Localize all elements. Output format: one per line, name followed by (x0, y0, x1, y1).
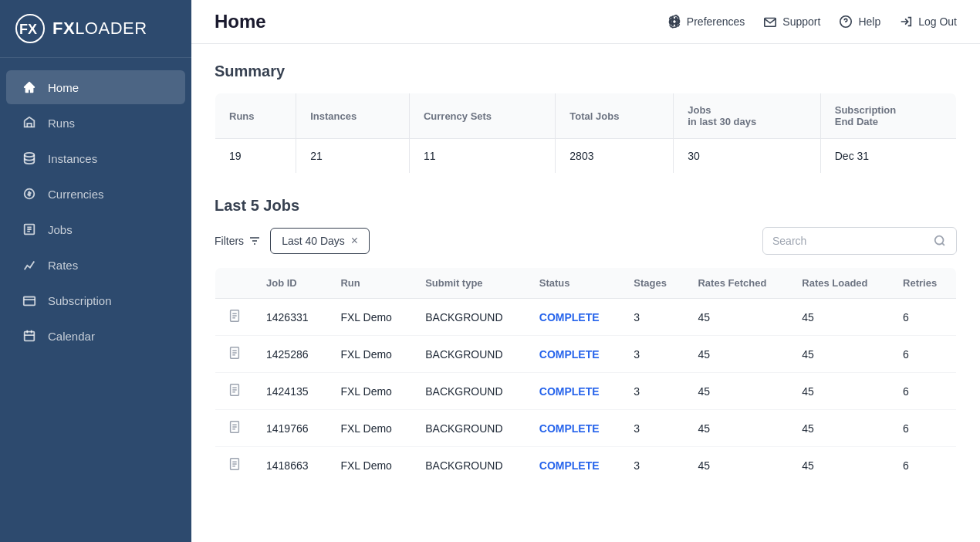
job-submit-type: BACKGROUND (413, 410, 527, 447)
filters-row: Filters Last 40 Days × (215, 227, 957, 255)
job-id: 1425286 (254, 336, 328, 373)
sidebar-item-calendar-label: Calendar (48, 330, 95, 343)
document-icon (228, 383, 242, 397)
col-retries: Retries (890, 268, 956, 299)
job-rates-loaded: 45 (789, 336, 890, 373)
job-status[interactable]: COMPLETE (527, 447, 621, 484)
col-rates-fetched: Rates Fetched (685, 268, 789, 299)
sidebar-item-subscription[interactable]: Subscription (6, 283, 185, 317)
job-rates-fetched: 45 (685, 410, 789, 447)
preferences-label: Preferences (687, 15, 745, 28)
row-icon-cell (215, 447, 255, 484)
summary-row: 19 21 11 2803 30 Dec 31 (215, 139, 957, 174)
col-submit-type: Submit type (413, 268, 527, 299)
page-title: Home (215, 11, 266, 32)
logout-label: Log Out (918, 15, 957, 28)
summary-total-jobs-value: 2803 (556, 139, 674, 174)
job-stages: 3 (621, 299, 685, 336)
document-icon (228, 309, 242, 323)
job-stages: 3 (621, 410, 685, 447)
currencies-icon (22, 186, 37, 202)
job-retries: 6 (890, 336, 956, 373)
job-retries: 6 (890, 373, 956, 410)
summary-jobs-30days-value: 30 (674, 139, 821, 174)
filter-chip-close-button[interactable]: × (351, 235, 358, 247)
filter-chip-last40days[interactable]: Last 40 Days × (270, 228, 370, 254)
sidebar-item-home[interactable]: Home (6, 70, 185, 104)
job-run: FXL Demo (328, 299, 413, 336)
help-button[interactable]: Help (839, 15, 880, 29)
header-actions: Preferences Support Help Log Out (667, 15, 957, 29)
jobs-table: Job ID Run Submit type Status Stages Rat… (215, 267, 957, 484)
job-stages: 3 (621, 373, 685, 410)
summary-col-instances: Instances (296, 93, 410, 139)
document-icon (228, 420, 242, 434)
job-rates-fetched: 45 (685, 299, 789, 336)
search-input[interactable] (772, 235, 927, 247)
job-status[interactable]: COMPLETE (527, 299, 621, 336)
calendar-icon (22, 328, 37, 344)
summary-col-subscription-end: SubscriptionEnd Date (820, 93, 956, 139)
support-button[interactable]: Support (763, 15, 820, 29)
sidebar-item-currencies[interactable]: Currencies (6, 177, 185, 211)
row-icon-cell (215, 336, 255, 373)
jobs-icon (22, 222, 37, 237)
summary-table: Runs Instances Currency Sets Total Jobs … (215, 93, 957, 174)
search-box (762, 227, 957, 255)
job-retries: 6 (890, 410, 956, 447)
filter-icon (248, 235, 261, 247)
logout-button[interactable]: Log Out (899, 15, 957, 29)
job-id: 1419766 (254, 410, 328, 447)
main-content: Home Preferences Support Help Log Out (191, 0, 980, 542)
svg-point-11 (935, 236, 944, 245)
sidebar-item-calendar[interactable]: Calendar (6, 319, 185, 353)
job-submit-type: BACKGROUND (413, 373, 527, 410)
table-row: 1424135 FXL Demo BACKGROUND COMPLETE 3 4… (215, 373, 957, 410)
gear-icon (667, 15, 681, 29)
row-icon-cell (215, 299, 255, 336)
filters-label: Filters (215, 235, 261, 247)
summary-runs-value: 19 (215, 139, 296, 174)
fx-logo-icon: FX (15, 14, 45, 43)
job-id: 1426331 (254, 299, 328, 336)
svg-point-8 (672, 19, 676, 23)
col-job-id: Job ID (254, 268, 328, 299)
job-run: FXL Demo (328, 373, 413, 410)
sidebar-item-runs[interactable]: Runs (6, 106, 185, 140)
summary-col-runs: Runs (215, 93, 296, 139)
summary-title: Summary (215, 63, 957, 80)
svg-text:FX: FX (19, 22, 37, 37)
sidebar-item-rates[interactable]: Rates (6, 248, 185, 282)
job-status[interactable]: COMPLETE (527, 410, 621, 447)
help-label: Help (858, 15, 880, 28)
table-row: 1425286 FXL Demo BACKGROUND COMPLETE 3 4… (215, 336, 957, 373)
sidebar-item-rates-label: Rates (48, 259, 78, 272)
job-run: FXL Demo (328, 336, 413, 373)
filters-left: Filters Last 40 Days × (215, 228, 370, 254)
job-rates-fetched: 45 (685, 373, 789, 410)
job-retries: 6 (890, 299, 956, 336)
job-run: FXL Demo (328, 410, 413, 447)
job-rates-loaded: 45 (789, 299, 890, 336)
preferences-button[interactable]: Preferences (667, 15, 745, 29)
svg-rect-6 (25, 332, 35, 341)
last5jobs-title: Last 5 Jobs (215, 197, 957, 215)
page-header: Home Preferences Support Help Log Out (191, 0, 980, 44)
row-icon-cell (215, 410, 255, 447)
sidebar-item-currencies-label: Currencies (48, 188, 104, 201)
document-icon (228, 346, 242, 360)
sidebar-item-instances[interactable]: Instances (6, 141, 185, 175)
col-status: Status (527, 268, 621, 299)
sidebar: FX FXLOADER Home Runs Instances (0, 0, 191, 542)
job-submit-type: BACKGROUND (413, 447, 527, 484)
job-status[interactable]: COMPLETE (527, 373, 621, 410)
sidebar-item-instances-label: Instances (48, 152, 97, 165)
svg-point-2 (25, 153, 35, 157)
summary-col-total-jobs: Total Jobs (556, 93, 674, 139)
job-rates-loaded: 45 (789, 410, 890, 447)
row-icon-cell (215, 373, 255, 410)
job-status[interactable]: COMPLETE (527, 336, 621, 373)
sidebar-item-jobs[interactable]: Jobs (6, 212, 185, 246)
job-id: 1418663 (254, 447, 328, 484)
job-rates-fetched: 45 (685, 336, 789, 373)
